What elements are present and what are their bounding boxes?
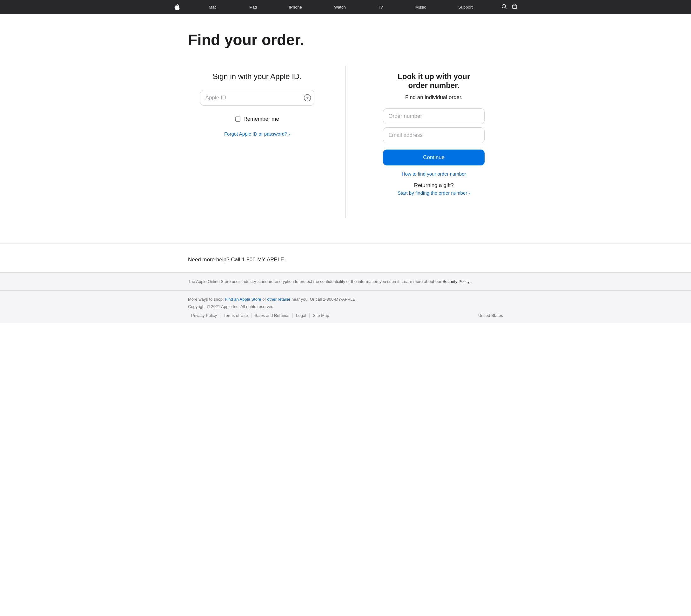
form-columns: Sign in with your Apple ID. Remember me … (188, 66, 503, 218)
near-text: near you. Or call 1-800-MY-APPLE. (291, 297, 357, 302)
apple-id-input[interactable] (200, 90, 315, 106)
nav-music[interactable]: Music (412, 5, 429, 9)
remember-me-checkbox[interactable] (235, 116, 240, 122)
order-lookup-section: Look it up with your order number. Find … (346, 66, 503, 196)
legal-link[interactable]: Legal (293, 313, 310, 318)
site-map-link[interactable]: Site Map (310, 313, 332, 318)
continue-button[interactable]: Continue (383, 150, 484, 166)
footer-bottom: More ways to shop: Find an Apple Store o… (0, 290, 691, 323)
security-policy-link[interactable]: Security Policy (442, 279, 469, 284)
find-apple-store-link[interactable]: Find an Apple Store (225, 297, 261, 302)
more-ways-before: More ways to shop: (188, 297, 224, 302)
nav-tv[interactable]: TV (375, 5, 386, 9)
apple-logo[interactable] (174, 3, 180, 10)
remember-me-row: Remember me (235, 116, 279, 122)
page-title: Find your order. (188, 31, 503, 49)
order-number-input[interactable] (383, 108, 484, 124)
nav-support[interactable]: Support (455, 5, 476, 9)
copyright-text: Copyright © 2021 Apple Inc. All rights r… (188, 303, 357, 310)
privacy-policy-link[interactable]: Privacy Policy (188, 313, 220, 318)
footer-left: More ways to shop: Find an Apple Store o… (188, 295, 357, 311)
footer-security-section: The Apple Online Store uses industry-sta… (0, 272, 691, 290)
security-text-before: The Apple Online Store uses industry-sta… (188, 279, 441, 284)
start-by-finding-link[interactable]: Start by finding the order number › (397, 190, 470, 196)
returning-gift-title: Returning a gift? (397, 182, 470, 189)
country-selector[interactable]: United States (478, 313, 503, 318)
nav-iphone[interactable]: iPhone (286, 5, 305, 9)
or-text: or (262, 297, 267, 302)
forgot-apple-id-link[interactable]: Forgot Apple ID or password? › (224, 131, 290, 136)
apple-id-submit-button[interactable] (304, 94, 311, 102)
security-text: The Apple Online Store uses industry-sta… (174, 279, 517, 284)
sign-in-heading: Sign in with your Apple ID. (213, 72, 302, 81)
search-icon[interactable] (502, 4, 506, 10)
bag-icon[interactable] (512, 3, 517, 10)
nav-mac[interactable]: Mac (206, 5, 220, 9)
order-lookup-heading: Look it up with your order number. (389, 72, 478, 90)
main-content: Find your order. Sign in with your Apple… (174, 31, 517, 218)
nav-watch[interactable]: Watch (331, 5, 349, 9)
footer-help-section: Need more help? Call 1-800-MY-APPLE. (0, 244, 691, 272)
remember-me-label: Remember me (243, 116, 279, 122)
sign-in-section: Sign in with your Apple ID. Remember me … (188, 66, 345, 136)
returning-gift-section: Returning a gift? Start by finding the o… (397, 182, 470, 196)
footer-links-row: Privacy Policy Terms of Use Sales and Re… (188, 313, 503, 318)
sales-refunds-link[interactable]: Sales and Refunds (252, 313, 293, 318)
navigation: Mac iPad iPhone Watch TV Music Support (0, 0, 691, 14)
email-address-input[interactable] (383, 127, 484, 143)
security-text-after: . (471, 279, 472, 284)
order-form: Continue (383, 108, 484, 166)
other-retailer-link[interactable]: other retailer (267, 297, 290, 302)
svg-line-1 (505, 7, 506, 8)
apple-id-input-wrap (200, 90, 315, 106)
nav-ipad[interactable]: iPad (245, 5, 260, 9)
help-text: Need more help? Call 1-800-MY-APPLE. (174, 257, 517, 263)
more-ways-text: More ways to shop: Find an Apple Store o… (188, 295, 357, 303)
how-to-find-order-link[interactable]: How to find your order number (402, 171, 466, 177)
terms-of-use-link[interactable]: Terms of Use (220, 313, 252, 318)
order-lookup-subtext: Find an individual order. (405, 94, 463, 101)
footer-inner: More ways to shop: Find an Apple Store o… (174, 295, 517, 318)
footer-links: Privacy Policy Terms of Use Sales and Re… (188, 313, 332, 318)
